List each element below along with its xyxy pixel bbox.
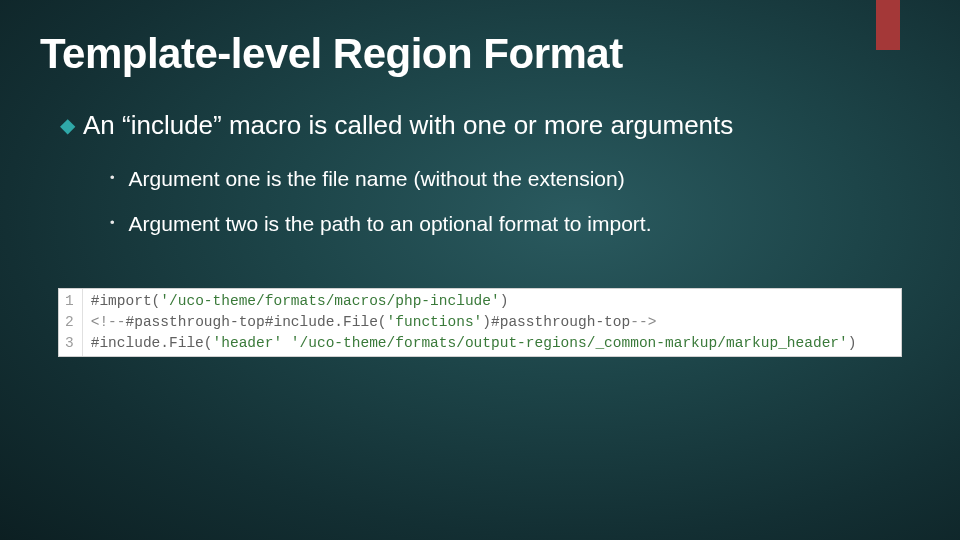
slide-content: Template-level Region Format ◆ An “inclu… [0, 0, 960, 357]
code-line-3: #include.File('header' '/uco-theme/forma… [91, 333, 857, 354]
code-content: #import('/uco-theme/formats/macros/php-i… [83, 289, 865, 356]
bullet-sub-2-text: Argument two is the path to an optional … [129, 210, 652, 237]
bullet-main-text: An “include” macro is called with one or… [83, 108, 733, 143]
bullet-main: ◆ An “include” macro is called with one … [60, 108, 920, 143]
slide-title: Template-level Region Format [40, 30, 920, 78]
diamond-bullet-icon: ◆ [60, 113, 75, 137]
code-block: 1 2 3 #import('/uco-theme/formats/macros… [58, 288, 902, 357]
bullet-sub-1: • Argument one is the file name (without… [110, 165, 920, 192]
code-gutter: 1 2 3 [59, 289, 83, 356]
code-line-2: <!--#passthrough-top#include.File('funct… [91, 312, 857, 333]
bullet-sub-1-text: Argument one is the file name (without t… [129, 165, 625, 192]
bullet-sub-2: • Argument two is the path to an optiona… [110, 210, 920, 237]
dot-bullet-icon: • [110, 215, 115, 230]
code-line-1: #import('/uco-theme/formats/macros/php-i… [91, 291, 857, 312]
line-number: 1 [65, 291, 74, 312]
line-number: 3 [65, 333, 74, 354]
dot-bullet-icon: • [110, 170, 115, 185]
accent-bar [876, 0, 900, 50]
line-number: 2 [65, 312, 74, 333]
